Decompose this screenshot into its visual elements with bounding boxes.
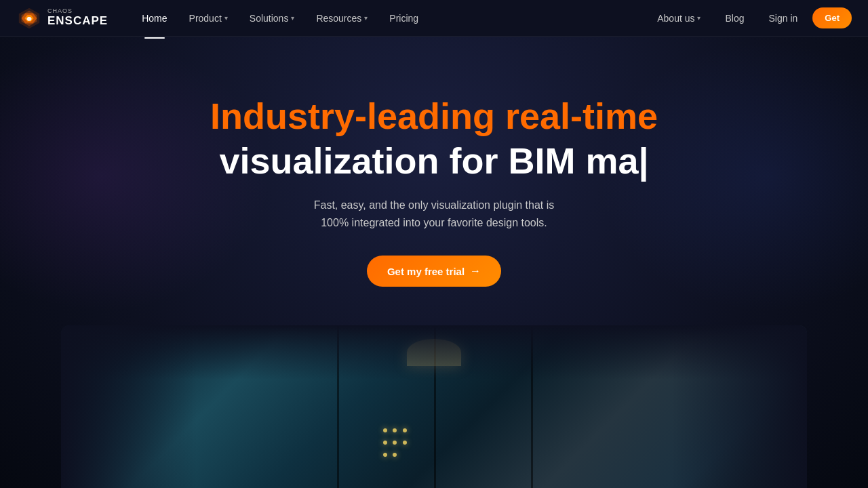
- nav-item-about[interactable]: About us ▾: [648, 9, 710, 28]
- glow-dots: [382, 424, 408, 461]
- preview-image: [61, 325, 807, 488]
- arrow-icon: →: [470, 265, 481, 277]
- chevron-down-icon: ▾: [364, 14, 368, 22]
- chevron-down-icon: ▾: [697, 14, 701, 22]
- preview-fade-right: [671, 325, 807, 488]
- hero-section: Industry-leading real-time visualization…: [0, 0, 868, 488]
- nav-item-solutions[interactable]: Solutions ▾: [240, 9, 304, 28]
- nav-right: About us ▾ Blog Sign in Get: [648, 7, 852, 28]
- logo-icon: [16, 5, 42, 31]
- navbar: chaos ENSCAPE Home Product ▾ Solutions ▾…: [0, 0, 868, 37]
- nav-links: Home Product ▾ Solutions ▾ Resources ▾ P…: [132, 9, 648, 28]
- logo-enscape-label: ENSCAPE: [47, 15, 108, 28]
- preview-fade-left: [61, 325, 197, 488]
- hero-subtitle: Fast, easy, and the only visualization p…: [210, 197, 658, 231]
- preview-container: [61, 325, 807, 488]
- chevron-down-icon: ▾: [224, 14, 228, 22]
- hero-title-line1: Industry-leading real-time: [210, 95, 658, 137]
- hero-content: Industry-leading real-time visualization…: [210, 95, 658, 287]
- nav-item-pricing[interactable]: Pricing: [380, 9, 428, 28]
- nav-item-resources[interactable]: Resources ▾: [307, 9, 377, 28]
- logo-link[interactable]: chaos ENSCAPE: [16, 5, 108, 31]
- nav-item-home[interactable]: Home: [132, 9, 176, 28]
- hero-title-line2: visualization for BIM ma|: [210, 140, 658, 182]
- nav-item-blog[interactable]: Blog: [715, 9, 753, 28]
- hero-cta-button[interactable]: Get my free trial →: [367, 256, 501, 287]
- chevron-down-icon: ▾: [291, 14, 294, 22]
- nav-get-button[interactable]: Get: [812, 7, 852, 28]
- nav-item-signin[interactable]: Sign in: [760, 9, 808, 28]
- nav-item-product[interactable]: Product ▾: [180, 9, 237, 28]
- logo-text: chaos ENSCAPE: [47, 8, 108, 28]
